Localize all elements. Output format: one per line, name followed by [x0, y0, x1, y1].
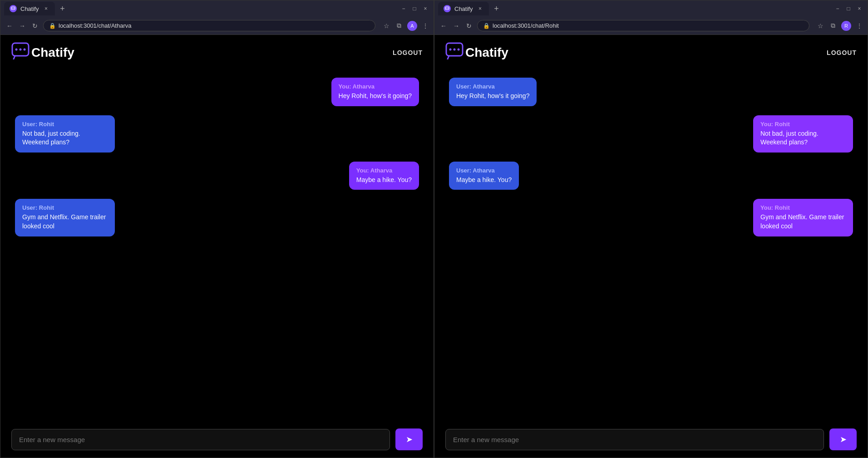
- msg-sender-1-2: User: Rohit: [22, 121, 108, 128]
- extensions-icon-1[interactable]: ⧉: [395, 21, 404, 30]
- tab-bar-2: Chatify × + − □ ×: [434, 0, 868, 17]
- back-button-1[interactable]: ←: [4, 20, 15, 31]
- svg-point-11: [448, 8, 449, 9]
- window-controls-2: − □ ×: [833, 4, 864, 13]
- star-icon-1[interactable]: ☆: [382, 21, 391, 30]
- close-button-2[interactable]: ×: [855, 4, 864, 13]
- msg-text-1-3: Maybe a hike. You?: [356, 176, 412, 185]
- back-button-2[interactable]: ←: [438, 20, 449, 31]
- logo-text-2: Chatify: [465, 45, 508, 60]
- message-bubble-2-3: User: Atharva Maybe a hike. You?: [449, 162, 519, 190]
- svg-point-2: [13, 8, 14, 9]
- refresh-button-2[interactable]: ↻: [464, 20, 474, 31]
- chat-input-area-1: ➤: [0, 421, 434, 458]
- new-tab-button-2[interactable]: +: [491, 3, 502, 14]
- maximize-button-2[interactable]: □: [844, 4, 853, 13]
- send-icon-2: ➤: [840, 434, 847, 444]
- app-content-1: Chatify LOGOUT You: Atharva Hey Rohit, h…: [0, 35, 434, 458]
- logout-button-1[interactable]: LOGOUT: [393, 49, 423, 56]
- msg-text-2-3: Maybe a hike. You?: [456, 176, 512, 185]
- logo-icon-1: [11, 42, 30, 63]
- tab-label-2: Chatify: [454, 5, 473, 12]
- address-bar-icons-2: ☆ ⧉ R ⋮: [816, 21, 864, 31]
- tab-chatify-2[interactable]: Chatify ×: [438, 2, 489, 15]
- message-input-1[interactable]: [11, 429, 390, 450]
- message-bubble-1-2: User: Rohit Not bad, just coding. Weeken…: [15, 115, 115, 153]
- minimize-button-1[interactable]: −: [399, 4, 408, 13]
- msg-text-2-1: Hey Rohit, how's it going?: [456, 92, 529, 101]
- chat-input-area-2: ➤: [434, 421, 868, 458]
- profile-icon-2[interactable]: R: [841, 21, 851, 31]
- msg-sender-1-1: You: Atharva: [339, 83, 412, 90]
- msg-sender-2-4: You: Rohit: [760, 204, 846, 211]
- send-icon-1: ➤: [406, 434, 413, 444]
- url-text-1: localhost:3001/chat/Atharva: [59, 22, 131, 29]
- star-icon-2[interactable]: ☆: [816, 21, 825, 30]
- address-bar-row-1: ← → ↻ 🔒 localhost:3001/chat/Atharva ☆ ⧉ …: [0, 17, 434, 35]
- msg-sender-1-4: User: Rohit: [22, 204, 108, 211]
- send-button-1[interactable]: ➤: [395, 428, 423, 450]
- minimize-button-2[interactable]: −: [833, 4, 842, 13]
- address-bar-1[interactable]: 🔒 localhost:3001/chat/Atharva: [43, 20, 375, 31]
- svg-point-10: [447, 8, 448, 9]
- url-text-2: localhost:3001/chat/Rohit: [493, 22, 559, 29]
- tab-favicon-1: [10, 5, 17, 12]
- lock-icon-1: 🔒: [49, 23, 56, 29]
- window-controls-1: − □ ×: [399, 4, 430, 13]
- nav-controls-1: ← → ↻: [4, 20, 40, 31]
- msg-text-2-4: Gym and Netflix. Game trailer looked coo…: [760, 213, 846, 231]
- logo-icon-2: [445, 42, 464, 63]
- svg-point-7: [24, 49, 26, 51]
- svg-point-9: [446, 8, 447, 9]
- svg-point-6: [20, 49, 22, 51]
- close-button-1[interactable]: ×: [421, 4, 430, 13]
- lock-icon-2: 🔒: [483, 23, 490, 29]
- app-content-2: Chatify LOGOUT User: Atharva Hey Rohit, …: [434, 35, 868, 458]
- svg-point-13: [449, 49, 452, 51]
- address-bar-icons-1: ☆ ⧉ A ⋮: [382, 21, 430, 31]
- svg-point-5: [15, 49, 18, 51]
- refresh-button-1[interactable]: ↻: [30, 20, 40, 31]
- message-bubble-2-4: You: Rohit Gym and Netflix. Game trailer…: [753, 199, 853, 236]
- forward-button-2[interactable]: →: [451, 20, 462, 31]
- logo-text-1: Chatify: [31, 45, 74, 60]
- profile-icon-1[interactable]: A: [407, 21, 417, 31]
- svg-point-1: [12, 8, 13, 9]
- msg-text-1-2: Not bad, just coding. Weekend plans?: [22, 129, 108, 147]
- browser-window-atharva: Chatify × + − □ × ← → ↻ 🔒 localhost:3001…: [0, 0, 434, 458]
- extensions-icon-2[interactable]: ⧉: [829, 21, 838, 30]
- msg-sender-2-3: User: Atharva: [456, 167, 512, 174]
- msg-text-1-1: Hey Rohit, how's it going?: [339, 92, 412, 101]
- message-input-2[interactable]: [445, 429, 824, 450]
- svg-point-15: [458, 49, 460, 51]
- address-bar-2[interactable]: 🔒 localhost:3001/chat/Rohit: [477, 20, 809, 31]
- message-bubble-2-1: User: Atharva Hey Rohit, how's it going?: [449, 78, 537, 106]
- logout-button-2[interactable]: LOGOUT: [827, 49, 857, 56]
- svg-point-14: [454, 49, 456, 51]
- nav-controls-2: ← → ↻: [438, 20, 474, 31]
- tab-close-1[interactable]: ×: [42, 5, 49, 12]
- send-button-2[interactable]: ➤: [829, 428, 857, 450]
- address-bar-row-2: ← → ↻ 🔒 localhost:3001/chat/Rohit ☆ ⧉ R …: [434, 17, 868, 35]
- app-header-2: Chatify LOGOUT: [434, 35, 868, 70]
- tab-favicon-2: [444, 5, 451, 12]
- app-header-1: Chatify LOGOUT: [0, 35, 434, 70]
- menu-icon-2[interactable]: ⋮: [855, 21, 864, 30]
- maximize-button-1[interactable]: □: [410, 4, 419, 13]
- msg-text-2-2: Not bad, just coding. Weekend plans?: [760, 129, 846, 147]
- tab-label-1: Chatify: [20, 5, 39, 12]
- message-bubble-1-3: You: Atharva Maybe a hike. You?: [349, 162, 419, 190]
- logo-2: Chatify: [445, 42, 508, 63]
- message-bubble-1-1: You: Atharva Hey Rohit, how's it going?: [331, 78, 419, 106]
- msg-sender-1-3: You: Atharva: [356, 167, 412, 174]
- svg-point-3: [14, 8, 15, 9]
- menu-icon-1[interactable]: ⋮: [421, 21, 430, 30]
- chat-area-1: You: Atharva Hey Rohit, how's it going? …: [0, 70, 434, 421]
- message-bubble-2-2: You: Rohit Not bad, just coding. Weekend…: [753, 115, 853, 153]
- logo-1: Chatify: [11, 42, 74, 63]
- tab-close-2[interactable]: ×: [476, 5, 483, 12]
- tab-chatify-1[interactable]: Chatify ×: [4, 2, 55, 15]
- msg-sender-2-2: You: Rohit: [760, 121, 846, 128]
- forward-button-1[interactable]: →: [17, 20, 28, 31]
- new-tab-button-1[interactable]: +: [57, 3, 68, 14]
